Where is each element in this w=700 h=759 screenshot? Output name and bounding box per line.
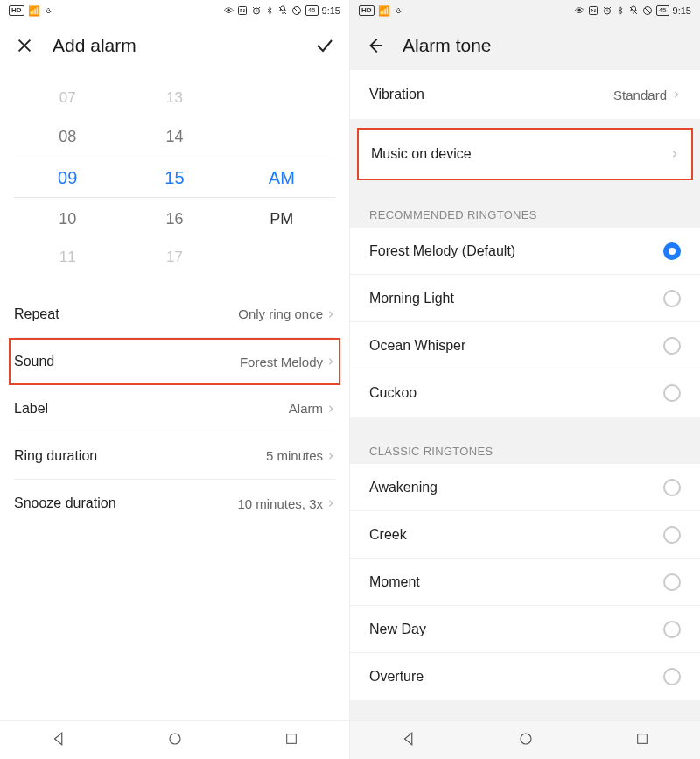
chevron-right-icon [326,497,335,510]
nav-home-button[interactable] [518,731,534,750]
repeat-label: Repeat [14,306,60,322]
eye-icon: 👁 [224,5,234,16]
ringtone-item[interactable]: Forest Melody (Default) [350,228,700,275]
header: Alarm tone [350,21,700,70]
radio-unselected[interactable] [663,668,681,685]
music-on-device-label: Music on device [371,146,472,162]
battery-indicator: 45 [656,5,669,16]
ring-duration-value: 5 minutes [266,448,323,463]
ringtone-item[interactable]: New Day [350,606,700,653]
hd-badge: HD [359,5,374,16]
ringtone-name: Moment [369,574,420,590]
close-button[interactable] [14,35,35,56]
nav-bar [0,720,349,759]
ringtone-name: Awakening [369,480,438,495]
nav-bar [350,720,700,759]
svg-rect-9 [638,734,648,743]
nfc-icon [588,5,598,16]
minute-option[interactable]: 16 [165,200,183,238]
minute-option[interactable]: 14 [165,117,183,156]
sound-value: Forest Melody [240,355,323,369]
hour-option[interactable]: 07 [60,79,76,117]
nav-back-button[interactable] [401,731,416,750]
bluetooth-icon [265,5,274,16]
snooze-row[interactable]: Snooze duration 10 minutes, 3x [14,480,335,527]
hour-option[interactable]: 08 [59,117,76,156]
ringtone-item[interactable]: Awakening [350,464,700,511]
ringtone-item[interactable]: Morning Light [350,275,700,322]
nav-recent-button[interactable] [284,732,298,749]
svg-rect-4 [287,734,297,743]
page-title: Add alarm [52,35,297,56]
ringtone-name: Overture [369,669,424,685]
section-classic-header: CLASSIC RINGTONES [350,425,700,464]
hour-option[interactable]: 11 [60,238,76,277]
sound-label: Sound [14,354,54,369]
ringtone-name: Morning Light [369,291,454,306]
repeat-row[interactable]: Repeat Only ring once [14,291,335,338]
back-button[interactable] [364,35,385,56]
nav-recent-button[interactable] [635,732,649,749]
chevron-right-icon [326,355,335,368]
radio-unselected[interactable] [663,621,681,638]
pm-option[interactable]: PM [270,200,293,238]
sound-row[interactable]: Sound Forest Melody [9,338,340,385]
alarm-settings-list: Repeat Only ring once Sound Forest Melod… [14,291,335,527]
section-recommended-header: RECOMMENDED RINGTONES [350,189,700,228]
ringtone-item[interactable]: Moment [350,559,700,606]
snooze-value: 10 minutes, 3x [237,496,323,511]
svg-point-8 [521,734,531,744]
label-value: Alarm [289,401,323,416]
page-title: Alarm tone [402,35,686,56]
hour-option[interactable]: 10 [59,200,76,238]
radio-unselected[interactable] [663,573,681,591]
ringtone-item[interactable]: Ocean Whisper [350,322,700,369]
label-row[interactable]: Label Alarm [14,385,335,432]
bluetooth-icon [616,5,625,16]
eye-icon: 👁 [575,5,584,16]
nav-back-button[interactable] [51,731,66,750]
hour-selected[interactable]: 09 [58,158,77,197]
ring-duration-label: Ring duration [14,448,97,464]
ringtone-name: Cuckoo [369,385,416,401]
screen-alarm-tone: HD 📶 ౭ 👁 45 9:15 Alarm tone Vibration St… [350,0,700,759]
time-picker[interactable]: 07 08 09 10 11 13 14 15 16 17 AM PM [14,79,335,277]
minute-selected[interactable]: 15 [164,158,184,197]
nodata-icon [642,5,653,16]
status-time: 9:15 [673,5,691,16]
nav-home-button[interactable] [167,731,183,750]
radio-unselected[interactable] [663,479,681,496]
ringtone-item[interactable]: Cuckoo [350,369,700,417]
ringtone-item[interactable]: Overture [350,653,700,700]
chevron-right-icon [670,148,679,160]
status-time: 9:15 [322,5,340,16]
snooze-label: Snooze duration [14,495,116,511]
minute-column[interactable]: 13 14 15 16 17 [121,79,228,277]
minute-option[interactable]: 17 [166,238,183,277]
hd-badge: HD [9,5,24,16]
radio-unselected[interactable] [663,384,681,402]
recommended-ringtones-list: Forest Melody (Default) Morning Light Oc… [350,228,700,417]
vibration-row[interactable]: Vibration Standard [350,70,700,119]
minute-option[interactable]: 13 [166,79,183,117]
ampm-column[interactable]: AM PM [228,79,335,277]
radio-unselected[interactable] [663,290,681,307]
radio-unselected[interactable] [663,526,681,544]
header: Add alarm [0,21,349,70]
am-option[interactable]: AM [269,158,295,197]
music-on-device-row[interactable]: Music on device [359,130,691,179]
chevron-right-icon [326,403,335,415]
status-bar: HD 📶 ౭ 👁 45 9:15 [350,0,700,21]
ringtone-item[interactable]: Creek [350,511,700,559]
vibration-label: Vibration [369,87,424,102]
screen-add-alarm: HD 📶 ౭ 👁 45 9:15 Add alarm 07 08 09 [0,0,350,759]
confirm-button[interactable] [314,35,335,56]
ring-duration-row[interactable]: Ring duration 5 minutes [14,432,335,480]
radio-unselected[interactable] [663,337,681,355]
nodata-icon [291,5,302,16]
battery-indicator: 45 [305,5,318,16]
chevron-right-icon [672,88,681,101]
hour-column[interactable]: 07 08 09 10 11 [14,79,121,277]
radio-selected[interactable] [663,242,681,260]
signal-icon: 📶 [28,5,40,17]
